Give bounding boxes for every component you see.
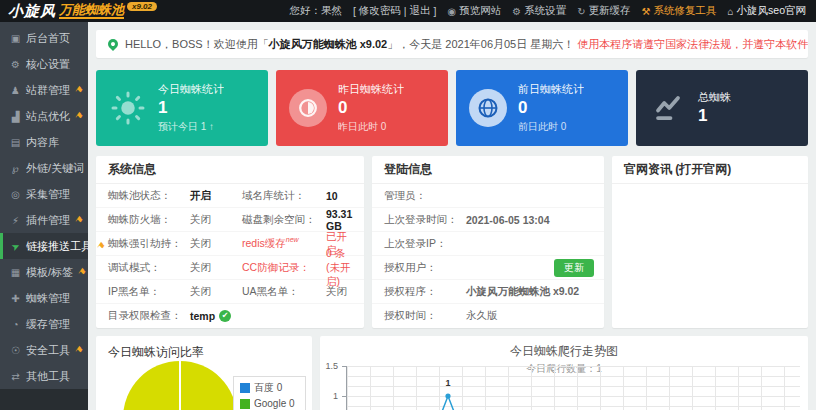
system-settings-button[interactable]: ⚙系统设置	[512, 4, 566, 18]
pin-icon: ⚑	[73, 84, 85, 97]
stat-label: 今日蜘蛛统计	[158, 82, 224, 97]
sidebar-item-site-group[interactable]: ♟站群管理⚑	[0, 77, 88, 103]
legend-swatch	[240, 383, 250, 393]
sidebar-item-other-tools[interactable]: ⇄其他工具	[0, 363, 88, 389]
send-icon: ➤	[7, 238, 23, 253]
pin-icon: ⚑	[73, 344, 85, 357]
stat-card-day-before: 前日蜘蛛统计 0 前日此时 0	[456, 70, 628, 146]
sidebar: ▣后台首页 ⚙核心设置 ♟站群管理⚑ ▟站点优化⚑ ▤内容库 ℘外链/关键词	[0, 22, 88, 410]
charts-row: 今日蜘蛛访问比率 百度 0 Google 0	[96, 336, 808, 410]
sidebar-item-templates[interactable]: ▦模板/标签⚑	[0, 259, 88, 285]
main-content: HELLO，BOSS！欢迎使用「小旋风万能蜘蛛池 x9.02」，今天是 2021…	[88, 22, 816, 410]
target-icon: ◎	[9, 189, 22, 200]
update-auth-button[interactable]: 更新	[554, 259, 594, 277]
open-official-site-link[interactable]: (打开官网)	[675, 162, 731, 176]
location-pin-icon	[106, 37, 120, 51]
legend-item-baidu[interactable]: 百度 0	[240, 381, 299, 395]
logo-product-text: 万能蜘蛛池	[59, 3, 124, 19]
stat-value: 1	[698, 107, 731, 126]
system-info-panel: 系统信息 蜘蛛池状态： 开启 域名库统计： 10 蜘蛛防火墙： 关闭 磁盘剩余空…	[96, 156, 364, 328]
refresh-icon: ↻	[577, 6, 585, 17]
stat-label: 昨日蜘蛛统计	[338, 82, 404, 97]
sidebar-item-security[interactable]: ☉安全工具⚑	[0, 337, 88, 363]
info-row: 蜘蛛防火墙： 关闭 磁盘剩余空间： 93.31 GB	[96, 208, 364, 232]
data-point-label: 1	[441, 378, 455, 388]
sidebar-item-spider[interactable]: ✚蜘蛛管理	[0, 285, 88, 311]
stat-card-total: 总蜘蛛 1	[636, 70, 808, 146]
sidebar-item-core-settings[interactable]: ⚙核心设置	[0, 51, 88, 77]
bulb-icon: ☉	[9, 345, 22, 356]
eye-icon: ◉	[447, 6, 456, 17]
globe-icon	[469, 89, 507, 127]
preview-site-button[interactable]: ◉预览网站	[447, 4, 501, 18]
official-site-link[interactable]: ⌂小旋风seo官网	[728, 4, 806, 18]
info-row: 蜘蛛强引劫持： 关闭 redis缓存new 已开启	[96, 232, 364, 256]
library-icon: ▤	[9, 137, 22, 148]
stat-footer: 前日此时 0	[518, 120, 584, 134]
sidebar-item-plugins[interactable]: ⚡插件管理⚑	[0, 207, 88, 233]
link-divider: |	[404, 5, 407, 17]
bracket-close: ]	[434, 5, 437, 17]
legend-swatch	[240, 399, 250, 409]
dashboard-icon: ▣	[9, 33, 22, 44]
clock-icon: ◔	[9, 319, 22, 330]
logout-link[interactable]: 退出	[410, 4, 431, 18]
change-password-link[interactable]: 修改密码	[359, 4, 401, 18]
check-circle-icon: ✔	[219, 310, 231, 322]
sun-icon	[106, 90, 150, 126]
header-actions: 您好：果然 [修改密码 | 退出] ◉预览网站 ⚙系统设置 ↻更新缓存 ⚒系统修…	[289, 4, 806, 18]
pin-icon: ⚑	[73, 214, 85, 227]
repair-tool-button[interactable]: ⚒系统修复工具	[642, 4, 717, 18]
pie-chart-title: 今日蜘蛛访问比率	[96, 336, 312, 361]
login-info-panel: 登陆信息 管理员： 上次登录时间： 2021-06-05 13:04 上次登录I…	[372, 156, 604, 328]
pin-icon: ⚑	[76, 266, 88, 279]
user-icon: ♟	[9, 85, 22, 96]
info-row: IP黑名单： 关闭 UA黑名单： 关闭	[96, 280, 364, 304]
template-icon: ▦	[9, 267, 22, 278]
update-cache-button[interactable]: ↻更新缓存	[577, 4, 630, 18]
info-row: 授权程序： 小旋风万能蜘蛛池 x9.02	[372, 280, 604, 304]
info-panels-row: 系统信息 蜘蛛池状态： 开启 域名库统计： 10 蜘蛛防火墙： 关闭 磁盘剩余空…	[96, 156, 808, 328]
sidebar-item-collection[interactable]: ◎采集管理	[0, 181, 88, 207]
welcome-notice-bar: HELLO，BOSS！欢迎使用「小旋风万能蜘蛛池 x9.02」，今天是 2021…	[96, 30, 808, 58]
chart-icon: ▟	[9, 111, 22, 122]
logo-brand-text: 小旋风	[8, 2, 56, 21]
sidebar-item-home[interactable]: ▣后台首页	[0, 25, 88, 51]
line-chart-title: 今日蜘蛛爬行走势图	[320, 343, 808, 360]
info-row: 授权用户： 更新	[372, 256, 604, 280]
sidebar-item-cache[interactable]: ◔缓存管理	[0, 311, 88, 337]
legend-item-google[interactable]: Google 0	[240, 398, 299, 409]
y-axis-tick: 1	[322, 391, 338, 401]
line-series	[346, 366, 800, 410]
spider-icon: ✚	[9, 293, 22, 304]
account-links: [修改密码 | 退出]	[353, 4, 437, 18]
app-window: 小旋风 万能蜘蛛池 x9.02 您好：果然 [修改密码 | 退出] ◉预览网站 …	[0, 0, 816, 410]
redis-cache-link[interactable]: redis缓存new	[242, 236, 326, 251]
pie-slice-divider	[179, 361, 181, 410]
plugin-icon: ⚡	[9, 215, 22, 226]
key-icon: ℘	[9, 163, 22, 174]
panel-title: 官网资讯 (打开官网)	[612, 156, 808, 184]
sidebar-item-site-optimize[interactable]: ▟站点优化⚑	[0, 103, 88, 129]
cc-defense-link[interactable]: CC防御记录：	[242, 261, 326, 275]
version-badge: x9.02	[127, 2, 157, 11]
notice-text: HELLO，BOSS！欢迎使用「小旋风万能蜘蛛池 x9.02」，今天是 2021…	[125, 37, 808, 52]
info-row: 上次登录时间： 2021-06-05 13:04	[372, 208, 604, 232]
top-header-bar: 小旋风 万能蜘蛛池 x9.02 您好：果然 [修改密码 | 退出] ◉预览网站 …	[0, 0, 816, 22]
panel-title: 系统信息	[96, 156, 364, 184]
stat-value: 1	[158, 99, 224, 118]
pie-legend: 百度 0 Google 0 360蜘蛛 0	[233, 376, 306, 410]
line-chart-panel: 今日蜘蛛爬行走势图 今日爬行数量：1 1.5 1 1	[320, 336, 808, 410]
stat-label: 前日蜘蛛统计	[518, 82, 584, 97]
info-row: 目录权限检查： temp ✔	[96, 304, 364, 328]
gear-icon: ⚙	[512, 6, 521, 17]
sidebar-item-content-library[interactable]: ▤内容库	[0, 129, 88, 155]
home-icon: ⌂	[728, 6, 734, 17]
info-row: 管理员：	[372, 184, 604, 208]
stat-footer: 预计今日 1 ↑	[158, 120, 224, 134]
sidebar-item-link-push[interactable]: ➤链接推送工具⚑	[0, 233, 88, 259]
stat-cards-row: 今日蜘蛛统计 1 预计今日 1 ↑	[96, 70, 808, 146]
sidebar-menu: ▣后台首页 ⚙核心设置 ♟站群管理⚑ ▟站点优化⚑ ▤内容库 ℘外链/关键词	[0, 22, 88, 389]
y-axis-tick: 1.5	[322, 361, 338, 371]
sidebar-item-links-keywords[interactable]: ℘外链/关键词	[0, 155, 88, 181]
